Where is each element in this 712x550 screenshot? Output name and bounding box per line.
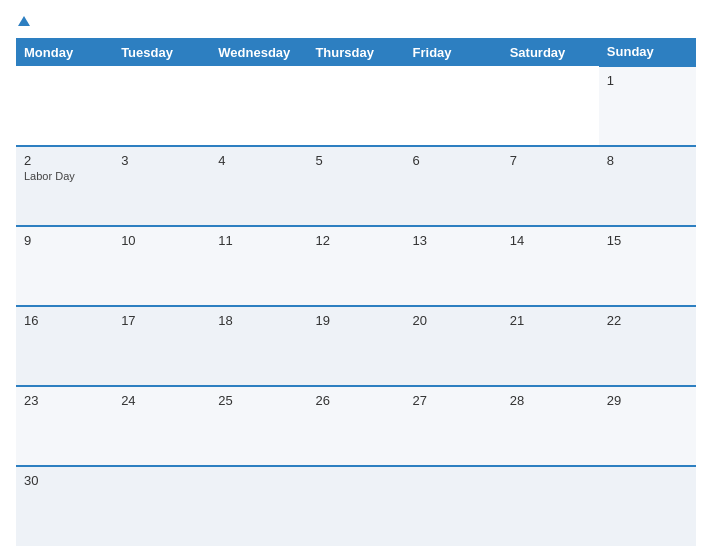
calendar-header: [16, 16, 696, 26]
calendar-cell: [113, 466, 210, 546]
day-number: 4: [218, 153, 299, 168]
day-number: 3: [121, 153, 202, 168]
week-row-0: 1: [16, 66, 696, 146]
day-number: 18: [218, 313, 299, 328]
calendar-cell: 19: [307, 306, 404, 386]
calendar-cell: 28: [502, 386, 599, 466]
weekday-header-tuesday: Tuesday: [113, 38, 210, 66]
day-number: 10: [121, 233, 202, 248]
day-number: 22: [607, 313, 688, 328]
calendar-cell: 1: [599, 66, 696, 146]
calendar-cell: [502, 66, 599, 146]
day-number: 2: [24, 153, 105, 168]
weekday-header-sunday: Sunday: [599, 38, 696, 66]
day-number: 28: [510, 393, 591, 408]
calendar-cell: 17: [113, 306, 210, 386]
day-number: 17: [121, 313, 202, 328]
calendar-cell: [405, 466, 502, 546]
day-number: 20: [413, 313, 494, 328]
calendar-cell: [16, 66, 113, 146]
calendar-cell: [210, 466, 307, 546]
calendar-cell: 20: [405, 306, 502, 386]
event-label: Labor Day: [24, 170, 105, 182]
weekday-header-row: MondayTuesdayWednesdayThursdayFridaySatu…: [16, 38, 696, 66]
calendar-cell: 13: [405, 226, 502, 306]
week-row-5: 30: [16, 466, 696, 546]
calendar-cell: [210, 66, 307, 146]
weekday-header-saturday: Saturday: [502, 38, 599, 66]
day-number: 14: [510, 233, 591, 248]
day-number: 11: [218, 233, 299, 248]
calendar-cell: 23: [16, 386, 113, 466]
day-number: 26: [315, 393, 396, 408]
week-row-4: 23242526272829: [16, 386, 696, 466]
day-number: 19: [315, 313, 396, 328]
day-number: 21: [510, 313, 591, 328]
day-number: 25: [218, 393, 299, 408]
day-number: 15: [607, 233, 688, 248]
calendar-cell: [599, 466, 696, 546]
day-number: 5: [315, 153, 396, 168]
weekday-header-thursday: Thursday: [307, 38, 404, 66]
day-number: 1: [607, 73, 688, 88]
weekday-header-friday: Friday: [405, 38, 502, 66]
day-number: 30: [24, 473, 105, 488]
calendar-cell: 16: [16, 306, 113, 386]
calendar-cell: [405, 66, 502, 146]
day-number: 12: [315, 233, 396, 248]
day-number: 7: [510, 153, 591, 168]
calendar-cell: [307, 466, 404, 546]
day-number: 29: [607, 393, 688, 408]
calendar-cell: 18: [210, 306, 307, 386]
calendar-cell: 2Labor Day: [16, 146, 113, 226]
logo-triangle-icon: [18, 16, 30, 26]
calendar-cell: 8: [599, 146, 696, 226]
day-number: 6: [413, 153, 494, 168]
calendar-grid: MondayTuesdayWednesdayThursdayFridaySatu…: [16, 38, 696, 546]
logo: [16, 16, 30, 26]
calendar-cell: 21: [502, 306, 599, 386]
week-row-3: 16171819202122: [16, 306, 696, 386]
calendar-cell: 24: [113, 386, 210, 466]
calendar-cell: 7: [502, 146, 599, 226]
calendar-cell: 5: [307, 146, 404, 226]
weekday-header-wednesday: Wednesday: [210, 38, 307, 66]
calendar-cell: [307, 66, 404, 146]
calendar-cell: 22: [599, 306, 696, 386]
day-number: 27: [413, 393, 494, 408]
calendar-cell: [113, 66, 210, 146]
calendar-cell: 29: [599, 386, 696, 466]
day-number: 8: [607, 153, 688, 168]
week-row-2: 9101112131415: [16, 226, 696, 306]
calendar-cell: 9: [16, 226, 113, 306]
calendar-cell: 27: [405, 386, 502, 466]
day-number: 9: [24, 233, 105, 248]
calendar-cell: 26: [307, 386, 404, 466]
calendar-cell: 30: [16, 466, 113, 546]
calendar-cell: 4: [210, 146, 307, 226]
day-number: 23: [24, 393, 105, 408]
calendar-cell: [502, 466, 599, 546]
calendar-cell: 11: [210, 226, 307, 306]
day-number: 13: [413, 233, 494, 248]
day-number: 24: [121, 393, 202, 408]
calendar-cell: 25: [210, 386, 307, 466]
week-row-1: 2Labor Day345678: [16, 146, 696, 226]
calendar-cell: 6: [405, 146, 502, 226]
calendar-cell: 12: [307, 226, 404, 306]
calendar-cell: 14: [502, 226, 599, 306]
weekday-header-monday: Monday: [16, 38, 113, 66]
calendar-cell: 10: [113, 226, 210, 306]
calendar-cell: 15: [599, 226, 696, 306]
calendar-cell: 3: [113, 146, 210, 226]
day-number: 16: [24, 313, 105, 328]
calendar-container: MondayTuesdayWednesdayThursdayFridaySatu…: [0, 0, 712, 550]
